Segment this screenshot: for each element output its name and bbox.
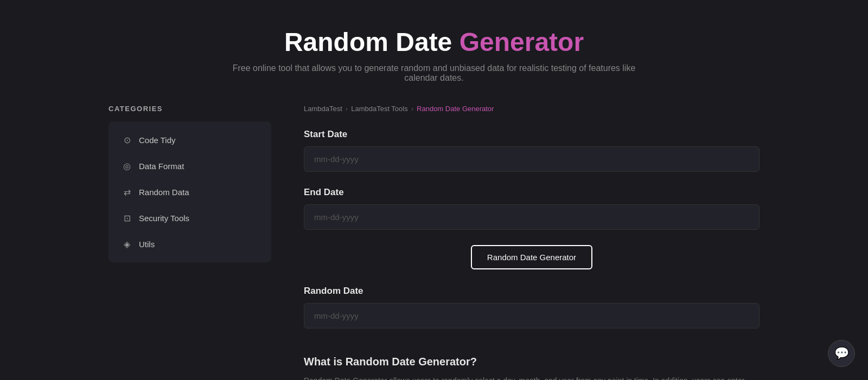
utils-icon: ◈ [122,239,132,249]
sidebar-item-label: Random Data [139,188,189,197]
end-date-input[interactable] [304,204,760,230]
result-section: Random Date [304,286,760,329]
info-section: What is Random Date Generator? Random Da… [304,356,760,380]
info-text: Random Date Generator allows users to ra… [304,375,760,380]
breadcrumb-current: Random Date Generator [417,105,494,113]
start-date-input[interactable] [304,146,760,172]
security-tools-icon: ⊡ [122,212,132,223]
sidebar-item-security-tools[interactable]: ⊡ Security Tools [108,205,271,231]
breadcrumb-sep-1: › [346,105,348,113]
main-layout: CATEGORIES ⊙ Code Tidy ◎ Data Format ⇄ R… [54,105,814,380]
random-data-icon: ⇄ [122,186,132,197]
data-format-icon: ◎ [122,160,132,171]
start-date-label: Start Date [304,129,760,140]
page-subtitle: Free online tool that allows you to gene… [217,63,651,83]
sidebar-item-label: Security Tools [139,214,189,223]
sidebar: CATEGORIES ⊙ Code Tidy ◎ Data Format ⇄ R… [108,105,271,380]
result-input [304,303,760,329]
breadcrumb-lambdatest-tools[interactable]: LambdaTest Tools [351,105,408,113]
page-title: Random Date Generator [11,27,857,57]
breadcrumb-lambdatest[interactable]: LambdaTest [304,105,342,113]
button-row: Random Date Generator [304,245,760,269]
page-header: Random Date Generator Free online tool t… [0,0,868,105]
chat-icon: 💬 [834,346,849,360]
categories-label: CATEGORIES [108,105,271,113]
sidebar-item-random-data[interactable]: ⇄ Random Data [108,179,271,205]
start-date-section: Start Date [304,129,760,172]
sidebar-item-label: Utils [139,240,155,249]
result-label: Random Date [304,286,760,297]
sidebar-menu: ⊙ Code Tidy ◎ Data Format ⇄ Random Data … [108,121,271,262]
code-tidy-icon: ⊙ [122,134,132,145]
chat-button[interactable]: 💬 [828,340,855,367]
sidebar-item-code-tidy[interactable]: ⊙ Code Tidy [108,127,271,153]
sidebar-item-label: Data Format [139,162,184,171]
sidebar-item-data-format[interactable]: ◎ Data Format [108,153,271,179]
info-title: What is Random Date Generator? [304,356,760,368]
sidebar-item-label: Code Tidy [139,136,176,145]
generate-button[interactable]: Random Date Generator [471,245,592,269]
breadcrumb-sep-2: › [411,105,413,113]
breadcrumb: LambdaTest › LambdaTest Tools › Random D… [304,105,760,113]
end-date-section: End Date [304,187,760,230]
sidebar-item-utils[interactable]: ◈ Utils [108,231,271,257]
content-area: LambdaTest › LambdaTest Tools › Random D… [304,105,760,380]
end-date-label: End Date [304,187,760,198]
